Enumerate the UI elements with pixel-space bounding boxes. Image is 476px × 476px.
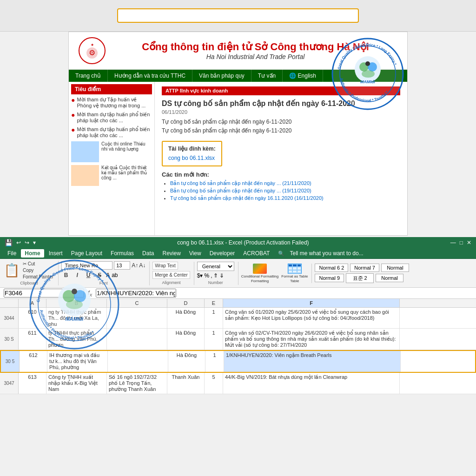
percent-button[interactable]: % xyxy=(204,272,209,279)
excel-stamp-overlay: Great Quality * Good Price * Long Expiry… xyxy=(28,258,121,351)
menu-file[interactable]: File xyxy=(4,249,20,258)
number-group: General $▾ % , ⇑ ⇓ Number xyxy=(197,262,238,285)
alignment-label: Alignment xyxy=(152,280,190,285)
cell-3044-e[interactable]: 1 xyxy=(205,308,223,328)
more-news-item-0[interactable]: Bản tự công bố sản phẩm cập nhật đến ngà… xyxy=(170,180,400,186)
col-header-f[interactable]: F xyxy=(223,299,400,307)
excel-titlebar: 💾 ↩ ↪ ▾ cong bo 06.11.xlsx - Excel (Prod… xyxy=(0,237,476,248)
cell-3047-e[interactable]: 5 xyxy=(205,373,223,394)
svg-point-21 xyxy=(66,300,83,309)
style-normal7[interactable]: Normal 7 xyxy=(350,264,379,272)
nav-vanbanhap[interactable]: Văn bản pháp quy xyxy=(192,70,251,82)
table-row-3047: 3047 613 Công ty TNHH xuất nhập khẩu K-B… xyxy=(0,373,476,394)
more-news-item-1[interactable]: Bản tự công bố sản phẩm cập nhật đến ngà… xyxy=(170,188,400,194)
stamp-overlay: Great Quality * Good Price * Long Expiry… xyxy=(331,37,405,111)
sidebar-item-0[interactable]: ● Mời tham dự Tập huấn về Phòng vệ thươn… xyxy=(71,97,152,109)
svg-text:★: ★ xyxy=(91,43,94,47)
attachment-link[interactable]: cong bo 06.11.xlsx xyxy=(168,155,215,161)
svg-point-11 xyxy=(362,70,375,78)
cell-3045-e[interactable]: 1 xyxy=(205,329,223,350)
article-body: Tự công bố sản phẩm cập nhật đến ngày 6-… xyxy=(162,119,400,134)
excel-menu: File Home Insert Page Layout Formulas Da… xyxy=(0,248,476,259)
excel-minimize-icon[interactable]: — xyxy=(450,239,456,246)
nav-tuvan[interactable]: Tư vấn xyxy=(251,70,283,82)
excel-save-icon[interactable]: 💾 xyxy=(5,239,13,246)
cell-3047-f[interactable]: 44/K-Big VN/2019: Bát nhựa dùng một lần … xyxy=(223,373,400,394)
excel-maximize-icon[interactable]: □ xyxy=(460,239,463,246)
cell-3044-f[interactable]: Công văn số 01/2020 ngày 25/6/2020 về vi… xyxy=(223,308,400,328)
bullet-icon-2: ● xyxy=(71,126,75,133)
excel-close-icon[interactable]: ✕ xyxy=(467,239,471,246)
bullet-icon-1: ● xyxy=(71,112,75,118)
cell-3046-b[interactable]: IH thương mại và đầu tư k... khu đô thị … xyxy=(47,351,108,372)
nav-huongdan[interactable]: Hướng dẫn và tra cứu TTHC xyxy=(108,70,192,82)
format-table-icon xyxy=(288,264,302,274)
more-news-header: Các tin mới hơn: xyxy=(162,171,400,178)
menu-review[interactable]: Review xyxy=(159,249,184,258)
more-news-item-2[interactable]: Tự công bố sản phẩm cập nhật đến ngày 16… xyxy=(170,195,400,201)
bullet-icon-0: ● xyxy=(71,97,75,103)
sidebar-item-1[interactable]: ● Mời tham dự tập huấn phổ biến pháp luậ… xyxy=(71,112,152,124)
cell-3046-f[interactable]: 1/KNHHUYEN/2020: Viên ngậm Breath Pearls xyxy=(224,351,401,372)
col-header-e[interactable]: E xyxy=(205,299,223,307)
table-row-3046: 30 5 612 IH thương mại và đầu tư k... kh… xyxy=(0,350,476,373)
cell-3046-d[interactable]: Hà Đông xyxy=(168,351,205,372)
menu-pagelayout[interactable]: Page Layout xyxy=(67,249,106,258)
wrap-text-button[interactable]: Wrap Text xyxy=(152,262,178,270)
excel-undo-icon[interactable]: ↩ xyxy=(16,239,21,246)
style-normal-last[interactable]: Normal xyxy=(376,274,403,282)
conditional-formatting-button[interactable]: Conditional Formatting Formatting xyxy=(241,264,278,283)
styles-group: Normal 6 2 Normal 7 Normal Normal 9 표준 2… xyxy=(315,264,472,283)
style-pyo2[interactable]: 표준 2 xyxy=(346,273,374,283)
menu-formulas[interactable]: Formulas xyxy=(107,249,138,258)
comma-button[interactable]: , xyxy=(211,272,212,279)
menu-data[interactable]: Data xyxy=(139,249,158,258)
tell-me-input[interactable]: 🔍 Tell me what you want to do... xyxy=(274,249,370,258)
cell-3047-c[interactable]: Số 16 ngõ 192/72/32 phố Lê Trọng Tấn, ph… xyxy=(107,373,167,394)
number-format-selector[interactable]: General xyxy=(197,262,234,271)
cell-3045-d[interactable]: Hà Đông xyxy=(167,329,205,350)
style-normal9[interactable]: Normal 9 xyxy=(315,274,344,282)
row-num-3045: 30 S xyxy=(0,329,19,350)
excel-redo-icon[interactable]: ↪ xyxy=(25,239,29,246)
menu-insert[interactable]: Insert xyxy=(45,249,66,258)
cell-3046-c[interactable] xyxy=(108,351,168,372)
sidebar-news-1[interactable]: Kết quả Cuộc thi thiết kế mẫu sản phẩm t… xyxy=(71,165,152,186)
cell-3047-a[interactable]: 613 xyxy=(19,373,46,394)
nav-english[interactable]: 🌐 English xyxy=(283,70,323,82)
attachment-label: Tài liệu đính kèm: xyxy=(168,145,216,152)
sidebar-news-0[interactable]: Cuộc thi online Thiếu nhi và năng lượng xyxy=(71,141,152,162)
more-news: Các tin mới hơn: Bản tự công bố sản phẩm… xyxy=(162,171,400,201)
increase-decimal-button[interactable]: ⇑ xyxy=(213,272,218,279)
menu-view[interactable]: View xyxy=(185,249,205,258)
font-decrease-button[interactable]: A↓ xyxy=(139,262,145,269)
site-logo-icon: ★ ⚙ xyxy=(78,37,106,65)
style-normal62[interactable]: Normal 6 2 xyxy=(315,264,348,272)
font-increase-button[interactable]: A↑ xyxy=(132,262,138,269)
cell-3047-b[interactable]: Công ty TNHH xuất nhập khẩu K-Big Việt N… xyxy=(46,373,107,394)
url-bar[interactable]: congthuong.hanoi.gov.vn/default.aspx?pag… xyxy=(117,8,359,23)
format-table-button[interactable]: Format as Table Table xyxy=(281,264,308,283)
nav-trangchu[interactable]: Trang chủ xyxy=(69,70,108,82)
cell-3045-f[interactable]: Công văn số 02/CV-TH/2020 ngày 26/6/2020… xyxy=(223,329,400,350)
paste-button[interactable]: 📋 xyxy=(4,263,20,278)
row-num-3047: 3047 xyxy=(0,373,19,394)
sidebar-item-2[interactable]: ● Mời tham dự tập huấn phổ biến pháp luậ… xyxy=(71,126,152,139)
cell-3046-a[interactable]: 612 xyxy=(20,351,47,372)
merge-center-button[interactable]: Merge & Center xyxy=(152,271,190,279)
style-normal8[interactable]: Normal xyxy=(381,264,409,272)
menu-acrobat[interactable]: ACROBAT xyxy=(239,249,273,258)
col-header-d[interactable]: D xyxy=(167,299,205,307)
cell-3047-d[interactable]: Thanh Xuân xyxy=(167,373,205,394)
svg-text:MAMIdi: MAMIdi xyxy=(65,316,84,322)
cell-3044-d[interactable]: Hà Đông xyxy=(167,308,205,328)
svg-point-12 xyxy=(365,61,370,66)
menu-home[interactable]: Home xyxy=(21,249,44,258)
sidebar-image-1 xyxy=(71,165,99,186)
cell-3046-e[interactable]: 1 xyxy=(205,351,224,372)
excel-customize-icon[interactable]: ▾ xyxy=(33,239,36,246)
menu-developer[interactable]: Developer xyxy=(206,249,239,258)
currency-button[interactable]: $▾ xyxy=(197,272,203,279)
sidebar-header: Tiêu điểm xyxy=(71,84,152,94)
decrease-decimal-button[interactable]: ⇓ xyxy=(219,272,224,279)
